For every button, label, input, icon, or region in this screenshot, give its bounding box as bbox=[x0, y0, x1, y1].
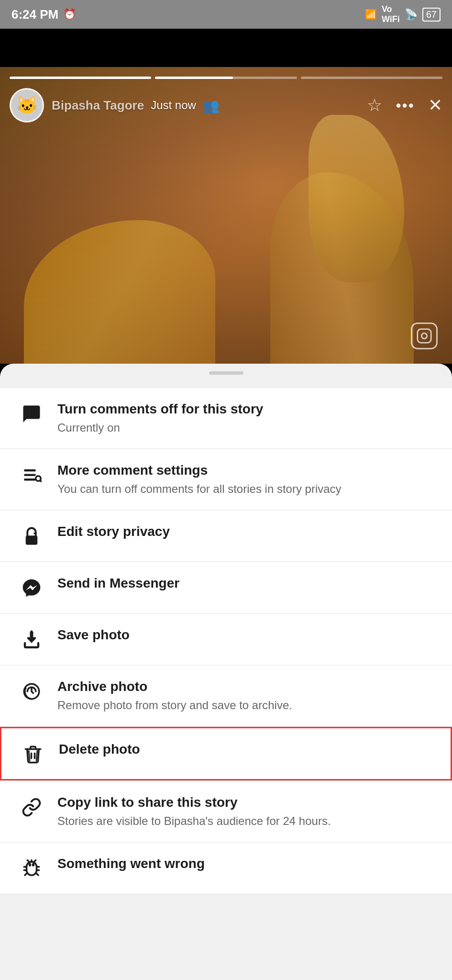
menu-item-save-photo[interactable]: Save photo bbox=[0, 614, 452, 665]
menu-text-copy-link: Copy link to share this story Stories ar… bbox=[57, 794, 433, 829]
svg-point-1 bbox=[421, 333, 427, 338]
svg-rect-12 bbox=[30, 631, 33, 640]
story-viewer: 🐱 Bipasha Tagore Just now 👥 ☆ ••• ✕ bbox=[0, 67, 452, 364]
menu-text-edit-story-privacy: Edit story privacy bbox=[57, 523, 433, 540]
menu-subtitle-more-comment-settings: You can turn off comments for all storie… bbox=[57, 481, 433, 497]
star-icon[interactable]: ☆ bbox=[367, 95, 382, 115]
svg-rect-3 bbox=[24, 469, 36, 471]
menu-text-send-messenger: Send in Messenger bbox=[57, 575, 433, 592]
signal-icon: 📶 bbox=[365, 9, 377, 20]
story-progress-bars bbox=[10, 77, 442, 79]
progress-bar-3 bbox=[301, 77, 442, 79]
menu-item-edit-story-privacy[interactable]: Edit story privacy bbox=[0, 511, 452, 561]
status-time: 6:24 PM ⏰ bbox=[11, 7, 76, 22]
menu-text-more-comment-settings: More comment settings You can turn off c… bbox=[57, 462, 433, 497]
menu-subtitle-turn-comments-off: Currently on bbox=[57, 420, 433, 436]
menu-title-delete-photo: Delete photo bbox=[59, 741, 431, 758]
menu-title-copy-link: Copy link to share this story bbox=[57, 794, 433, 811]
story-timestamp: Just now bbox=[151, 99, 196, 112]
menu-item-something-wrong[interactable]: Something went wrong bbox=[0, 843, 452, 893]
menu-text-save-photo: Save photo bbox=[57, 626, 433, 644]
audience-icon: 👥 bbox=[203, 98, 220, 113]
menu-title-edit-story-privacy: Edit story privacy bbox=[57, 523, 433, 540]
status-bar: 6:24 PM ⏰ 📶 VoWiFi 📡 67 bbox=[0, 0, 452, 29]
comment-icon bbox=[19, 401, 44, 426]
story-username: Bipasha Tagore bbox=[52, 98, 144, 113]
status-icons: 📶 VoWiFi 📡 67 bbox=[365, 4, 441, 24]
avatar: 🐱 bbox=[10, 88, 44, 122]
story-header: 🐱 Bipasha Tagore Just now 👥 ☆ ••• ✕ bbox=[10, 88, 442, 122]
story-header-actions[interactable]: ☆ ••• ✕ bbox=[367, 95, 442, 115]
close-icon[interactable]: ✕ bbox=[428, 95, 442, 115]
menu-title-archive-photo: Archive photo bbox=[57, 678, 433, 695]
instagram-icon bbox=[411, 323, 438, 349]
bug-icon bbox=[19, 856, 44, 881]
battery-icon: 67 bbox=[422, 8, 441, 22]
clock-time: 6:24 PM bbox=[11, 7, 58, 22]
progress-bar-2 bbox=[155, 77, 297, 79]
settings-list-icon bbox=[19, 463, 44, 488]
wifi-label: VoWiFi bbox=[382, 4, 400, 24]
drag-handle[interactable] bbox=[209, 371, 243, 375]
trash-icon bbox=[21, 742, 45, 767]
menu-subtitle-copy-link: Stories are visible to Bipasha's audienc… bbox=[57, 813, 433, 829]
menu-title-something-wrong: Something went wrong bbox=[57, 855, 433, 872]
black-bar bbox=[0, 29, 452, 67]
menu-item-send-messenger[interactable]: Send in Messenger bbox=[0, 562, 452, 613]
messenger-icon bbox=[19, 576, 44, 601]
bottom-sheet: Turn comments off for this story Current… bbox=[0, 364, 452, 980]
menu-text-something-wrong: Something went wrong bbox=[57, 855, 433, 872]
lock-icon bbox=[19, 524, 44, 549]
menu-item-turn-comments-off[interactable]: Turn comments off for this story Current… bbox=[0, 388, 452, 448]
alarm-icon: ⏰ bbox=[63, 8, 76, 21]
svg-rect-5 bbox=[24, 479, 36, 480]
svg-line-14 bbox=[29, 751, 30, 761]
svg-line-15 bbox=[36, 751, 37, 761]
menu-text-archive-photo: Archive photo Remove photo from story an… bbox=[57, 678, 433, 713]
more-options-icon[interactable]: ••• bbox=[396, 97, 415, 114]
wifi-icon: 📡 bbox=[405, 8, 418, 21]
menu-title-send-messenger: Send in Messenger bbox=[57, 575, 433, 592]
story-user-info: Bipasha Tagore Just now 👥 bbox=[52, 98, 359, 113]
menu-title-more-comment-settings: More comment settings bbox=[57, 462, 433, 479]
svg-rect-4 bbox=[24, 474, 36, 476]
svg-rect-0 bbox=[418, 329, 431, 343]
svg-line-7 bbox=[40, 480, 41, 481]
download-icon bbox=[19, 627, 44, 652]
link-icon bbox=[19, 795, 44, 820]
progress-bar-1 bbox=[10, 77, 151, 79]
menu-item-delete-photo[interactable]: Delete photo bbox=[0, 727, 452, 780]
battery-level: 67 bbox=[426, 9, 437, 20]
menu-text-turn-comments-off: Turn comments off for this story Current… bbox=[57, 401, 433, 436]
menu-subtitle-archive-photo: Remove photo from story and save to arch… bbox=[57, 697, 433, 713]
menu-title-save-photo: Save photo bbox=[57, 626, 433, 644]
menu-item-archive-photo[interactable]: Archive photo Remove photo from story an… bbox=[0, 666, 452, 726]
svg-point-2 bbox=[428, 332, 428, 333]
menu-title-turn-comments-off: Turn comments off for this story bbox=[57, 401, 433, 418]
menu-item-copy-link[interactable]: Copy link to share this story Stories ar… bbox=[0, 781, 452, 842]
archive-icon bbox=[19, 679, 44, 704]
menu-item-more-comment-settings[interactable]: More comment settings You can turn off c… bbox=[0, 449, 452, 510]
menu-text-delete-photo: Delete photo bbox=[59, 741, 431, 758]
